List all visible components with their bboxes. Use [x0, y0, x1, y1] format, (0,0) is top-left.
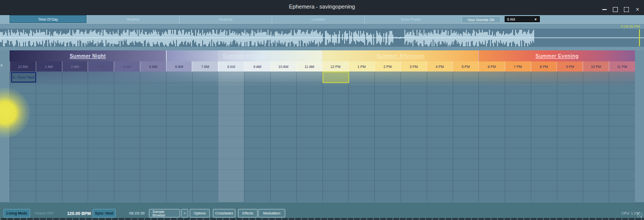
- grid-hline: [10, 104, 635, 105]
- sync-host-button[interactable]: Sync: Host: [93, 209, 116, 217]
- hour-cell-3am[interactable]: 3 AM: [88, 61, 114, 71]
- status-button-crossfades[interactable]: Crossfades: [213, 209, 235, 217]
- hour-cell-10pm[interactable]: 10 PM: [583, 61, 609, 71]
- hour-cell-1pm[interactable]: 1 PM: [348, 61, 374, 71]
- hour-cell-4pm[interactable]: 4 PM: [427, 61, 453, 71]
- status-button-sample-browser[interactable]: Sample Browser: [149, 209, 180, 217]
- time-of-day-display: 9:28:39 PM: [621, 24, 640, 29]
- hour-cell-2am[interactable]: 2 AM: [62, 61, 88, 71]
- hour-cell-10am[interactable]: 10 AM: [270, 61, 296, 71]
- hour-cell-4am[interactable]: 4 AM: [114, 61, 140, 71]
- clip-label: A - Drum Track: [13, 76, 34, 79]
- clock-display: 08:28:39: [127, 209, 147, 217]
- maximize-button[interactable]: [612, 6, 619, 13]
- section-label: Summer Afternoon: [377, 53, 425, 59]
- hour-cell-12pm[interactable]: 12 PM: [322, 61, 348, 71]
- hour-cell-11am[interactable]: 11 AM: [296, 61, 323, 71]
- grid-hline: [10, 180, 635, 181]
- hour-cell-2pm[interactable]: 2 PM: [374, 61, 400, 71]
- timeline-hour-row: 12 AM1 AM2 AM3 AM4 AM5 AM6 AM7 AM8 AM9 A…: [10, 61, 635, 72]
- living-mode-button[interactable]: Living Mode: [4, 209, 30, 217]
- grid-hline: [10, 93, 635, 94]
- tab-moon-phase[interactable]: Moon Phase: [364, 15, 457, 23]
- hour-cell-9am[interactable]: 9 AM: [244, 61, 270, 71]
- section-summer-evening[interactable]: Summer Evening: [478, 50, 635, 61]
- hour-cell-9pm[interactable]: 9 PM: [556, 61, 583, 71]
- hour-cell-11pm[interactable]: 11 PM: [609, 61, 635, 71]
- fullscreen-button[interactable]: [623, 6, 630, 13]
- app-window: Ephemera - savingopening × Time Of DayWe…: [0, 0, 644, 220]
- hour-cell-1am[interactable]: 1 AM: [36, 61, 62, 71]
- waveform-panel[interactable]: [0, 29, 644, 47]
- status-bar: Living Mode Freeze OFF 120.00 BPM Sync: …: [0, 202, 644, 218]
- tab-location[interactable]: Location: [272, 15, 364, 23]
- hour-cell-12am[interactable]: 12 AM: [10, 61, 36, 71]
- waveform-graphic: [0, 29, 644, 47]
- timeline-section-header: Summer NightSummer MorningSummer Afterno…: [10, 50, 635, 61]
- grid-hline: [10, 126, 635, 126]
- section-label: Summer Night: [69, 53, 106, 59]
- hour-override-select[interactable]: 8 AM ▼: [505, 16, 540, 22]
- hour-cell-7am[interactable]: 7 AM: [192, 61, 218, 71]
- grid-hline: [10, 169, 635, 170]
- gutter-close-icon[interactable]: x: [1, 63, 6, 69]
- tab-seasons[interactable]: Seasons: [179, 15, 272, 23]
- selected-hour-cell[interactable]: [323, 71, 349, 83]
- close-button[interactable]: ×: [634, 6, 641, 13]
- hour-override-value: 8 AM: [507, 18, 515, 21]
- hour-cell-6am[interactable]: 6 AM: [166, 61, 192, 71]
- override-hour-band: [218, 50, 244, 202]
- status-button-modulation[interactable]: Modulation: [258, 209, 285, 217]
- hour-cell-5pm[interactable]: 5 PM: [452, 61, 478, 71]
- status-button-options[interactable]: Options: [190, 209, 210, 217]
- titlebar: Ephemera - savingopening ×: [0, 0, 644, 15]
- hour-cell-8pm[interactable]: 8 PM: [531, 61, 557, 71]
- window-controls: ×: [601, 6, 641, 13]
- grid-hline: [10, 137, 635, 137]
- section-summer-afternoon[interactable]: Summer Afternoon: [323, 50, 479, 61]
- bpm-display[interactable]: 120.00 BPM: [66, 209, 92, 217]
- hour-override-toggle[interactable]: Hour Override ON: [461, 16, 501, 23]
- section-summer-morning[interactable]: Summer Morning: [166, 50, 323, 61]
- grid-hline: [10, 191, 635, 191]
- clipped-text-strip: [0, 218, 644, 220]
- clip-drum-track[interactable]: A - Drum Track: [11, 72, 36, 83]
- grid-hline: [10, 115, 635, 115]
- divider-strip: [0, 47, 644, 50]
- window-title: Ephemera - savingopening: [0, 4, 644, 10]
- grid-hline: [10, 148, 635, 148]
- waveform-header: 9:28:39 PM: [0, 23, 644, 29]
- hour-cell-7pm[interactable]: 7 PM: [505, 61, 531, 71]
- tab-bar: Time Of DayWeatherSeasonsLocationMoon Ph…: [0, 15, 644, 23]
- section-summer-night[interactable]: Summer Night: [10, 50, 166, 61]
- grid-hline: [10, 159, 635, 159]
- timeline-grid[interactable]: A - Drum Track: [10, 71, 635, 202]
- hour-cell-3pm[interactable]: 3 PM: [400, 61, 427, 71]
- freeze-button[interactable]: Freeze OFF: [33, 209, 55, 217]
- playhead[interactable]: [639, 29, 640, 46]
- status-button--[interactable]: >: [181, 209, 188, 217]
- chevron-down-icon: ▼: [534, 18, 537, 21]
- resize-grip[interactable]: [637, 212, 642, 217]
- cpu-meter: CPU: 1.1%: [621, 209, 639, 217]
- tab-weather[interactable]: Weather: [87, 15, 179, 23]
- hour-cell-5am[interactable]: 5 AM: [140, 61, 166, 71]
- status-button-effects[interactable]: Effects: [238, 209, 258, 217]
- hour-cell-6pm[interactable]: 6 PM: [478, 61, 505, 71]
- tab-time-of-day[interactable]: Time Of Day: [10, 15, 87, 23]
- section-label: Summer Evening: [535, 53, 579, 59]
- minimize-button[interactable]: [601, 6, 608, 13]
